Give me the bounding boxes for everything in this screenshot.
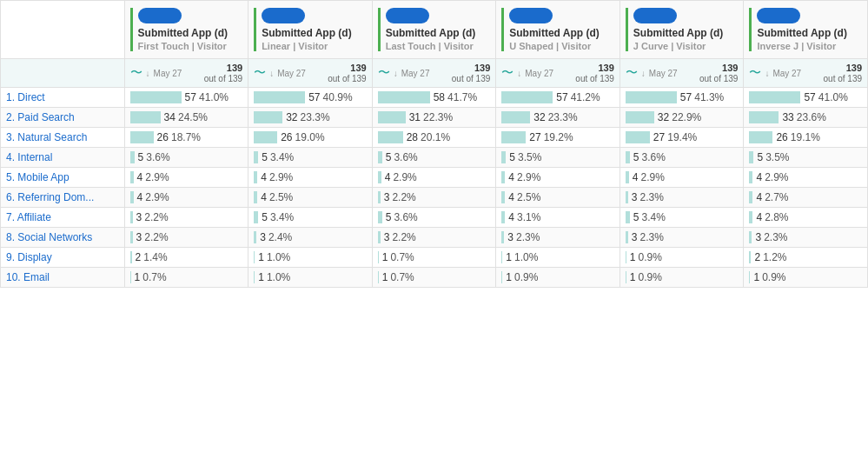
channel-name-4[interactable]: 5. Mobile App	[6, 171, 70, 183]
bar-1-1	[254, 111, 282, 123]
total-count-2: 139 out of 139	[452, 63, 490, 83]
sort-icon-4[interactable]: ↓	[641, 69, 646, 78]
row-label-6: 7. Affiliate	[1, 208, 125, 228]
channel-name-8[interactable]: 9. Display	[6, 251, 52, 263]
num-2-5: 26	[776, 131, 787, 143]
bar-value-4-1: 4 2.9%	[261, 171, 293, 183]
num-0-0: 57	[185, 91, 196, 103]
row-label-5: 6. Referring Dom...	[1, 188, 125, 208]
pct-0-2: 41.7%	[447, 91, 477, 103]
bar-9-2	[378, 271, 379, 283]
bar-6-0	[130, 211, 133, 223]
bar-container-7-3: 3 2.3%	[501, 231, 614, 243]
num-8-3: 1	[506, 251, 512, 263]
bar-0-2	[378, 91, 430, 103]
pct-5-0: 2.9%	[145, 191, 169, 203]
table-row: 1. Direct 57 41.0% 57 40.9% 58	[1, 88, 868, 108]
column-header-5: Submitted App (d) Inverse J | Visitor	[744, 1, 868, 59]
bar-value-4-0: 4 2.9%	[137, 171, 169, 183]
channel-name-6[interactable]: 7. Affiliate	[6, 211, 51, 223]
pct-6-5: 2.8%	[765, 211, 788, 223]
channel-name-0[interactable]: 1. Direct	[6, 91, 45, 103]
trend-section-2: 〜 ↓ May 27	[378, 65, 430, 81]
bar-3-0	[130, 151, 135, 163]
col-title-0: Submitted App (d)	[138, 27, 229, 39]
channel-name-9[interactable]: 10. Email	[6, 271, 50, 283]
data-cell-row5-col2: 3 2.2%	[372, 188, 496, 208]
num-3-1: 5	[262, 151, 268, 163]
trend-icon-1: 〜	[254, 65, 266, 81]
data-cell-row4-col4: 4 2.9%	[620, 168, 744, 188]
metrics-subheader-0: 〜 ↓ May 27 139 out of 139	[124, 59, 248, 88]
data-cell-row2-col0: 26 18.7%	[124, 128, 248, 148]
bar-value-3-4: 5 3.6%	[633, 151, 666, 163]
data-cell-row0-col2: 58 41.7%	[372, 88, 496, 108]
pct-7-3: 2.3%	[516, 231, 540, 243]
channel-name-7[interactable]: 8. Social Networks	[6, 231, 92, 243]
pct-2-5: 19.1%	[791, 131, 820, 143]
bar-value-4-5: 4 2.9%	[756, 171, 788, 183]
bar-8-0	[130, 251, 132, 263]
bar-value-2-5: 26 19.1%	[776, 131, 819, 143]
pct-5-2: 2.2%	[392, 191, 415, 203]
bar-container-3-4: 5 3.6%	[626, 151, 739, 163]
bar-7-4	[626, 231, 628, 243]
bar-container-6-2: 5 3.6%	[378, 211, 491, 223]
bar-7-0	[130, 231, 133, 243]
bar-container-6-3: 4 3.1%	[501, 211, 614, 223]
table-row: 6. Referring Dom... 4 2.9% 4 2.5%	[1, 188, 868, 208]
bar-container-1-0: 34 24.5%	[130, 111, 243, 123]
num-6-5: 4	[756, 211, 762, 223]
sort-icon-5[interactable]: ↓	[765, 69, 769, 78]
data-cell-row7-col5: 3 2.3%	[744, 228, 868, 248]
bar-container-1-1: 32 23.3%	[254, 111, 367, 123]
bar-container-2-1: 26 19.0%	[254, 131, 367, 143]
data-cell-row5-col3: 4 2.5%	[496, 188, 620, 208]
data-cell-row6-col5: 4 2.8%	[744, 208, 868, 228]
pct-1-5: 23.6%	[797, 111, 826, 123]
bar-value-6-2: 5 3.6%	[386, 211, 418, 223]
num-8-4: 1	[630, 251, 636, 263]
channel-name-1[interactable]: 2. Paid Search	[6, 111, 75, 123]
bar-container-9-5: 1 0.9%	[749, 271, 862, 283]
num-5-2: 3	[384, 191, 390, 203]
bar-container-5-1: 4 2.5%	[254, 191, 367, 203]
channel-name-2[interactable]: 3. Natural Search	[6, 131, 87, 143]
bar-value-2-2: 28 20.1%	[407, 131, 450, 143]
pct-2-1: 19.0%	[295, 131, 325, 143]
metrics-header-row: 〜 ↓ May 27 139 out of 139 〜 ↓ May 27 139…	[1, 59, 868, 88]
num-9-5: 1	[753, 271, 759, 283]
bar-1-2	[378, 111, 406, 123]
data-cell-row2-col1: 26 19.0%	[248, 128, 373, 148]
bar-container-7-2: 3 2.2%	[378, 231, 491, 243]
bar-value-8-1: 1 1.0%	[258, 251, 290, 263]
num-8-5: 2	[754, 251, 760, 263]
num-1-3: 32	[533, 111, 545, 123]
sort-icon-0[interactable]: ↓	[146, 69, 150, 78]
bar-8-2	[378, 251, 379, 263]
sort-icon-3[interactable]: ↓	[517, 69, 521, 78]
avatar-3	[509, 8, 553, 23]
bar-8-3	[501, 251, 502, 263]
sort-icon-2[interactable]: ↓	[394, 69, 398, 78]
num-8-0: 2	[136, 251, 142, 263]
channel-name-5[interactable]: 6. Referring Dom...	[6, 191, 94, 203]
metrics-subheader-3: 〜 ↓ May 27 139 out of 139	[496, 59, 620, 88]
bar-container-7-0: 3 2.2%	[130, 231, 243, 243]
pct-2-3: 19.2%	[544, 131, 573, 143]
bar-container-6-0: 3 2.2%	[130, 211, 243, 223]
channel-name-3[interactable]: 4. Internal	[6, 151, 52, 163]
bar-5-5	[749, 191, 752, 203]
column-header-row: Submitted App (d) First Touch | Visitor …	[1, 1, 868, 59]
data-cell-row3-col2: 5 3.6%	[372, 148, 496, 168]
num-7-4: 3	[632, 231, 638, 243]
data-table: Submitted App (d) First Touch | Visitor …	[0, 0, 868, 288]
bar-4-1	[254, 171, 257, 183]
sort-icon-1[interactable]: ↓	[269, 69, 274, 78]
data-cell-row8-col1: 1 1.0%	[248, 248, 373, 268]
bar-container-2-3: 27 19.2%	[501, 131, 614, 143]
bar-container-0-2: 58 41.7%	[378, 91, 491, 103]
bar-5-3	[501, 191, 505, 203]
bar-container-2-0: 26 18.7%	[130, 131, 243, 143]
bar-value-8-0: 2 1.4%	[136, 251, 168, 263]
